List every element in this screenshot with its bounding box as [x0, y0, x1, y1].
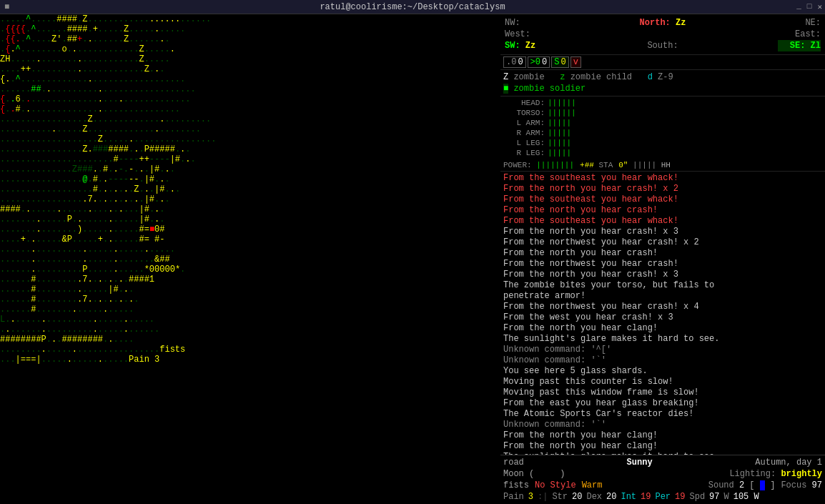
map-row-27: ......#..............|#...: [0, 285, 500, 295]
lleg-label: L LEG:: [503, 138, 545, 148]
sound-bracket-l: [: [749, 480, 754, 490]
legend-label-zombie-child: zombie child: [570, 72, 643, 82]
focus-display: Focus 97: [781, 480, 822, 491]
legend-row-1: Z zombie z zombie child d Z-9: [503, 71, 822, 83]
window-controls[interactable]: _ □ ✕: [796, 2, 822, 11]
hh-label: |||||: [633, 161, 656, 169]
window-icon: ■: [4, 2, 9, 12]
status-row-3: fists No Style Warm Sound 2 [ ■ ] Focus …: [503, 480, 822, 491]
compass-north: North: Zz: [548, 17, 778, 29]
spd-label: Spd: [689, 491, 705, 503]
log-msg-26: From the north you hear clang!: [503, 441, 822, 452]
focus-label: Focus: [781, 480, 811, 490]
map-row-30: L.............................: [0, 315, 500, 325]
map-row-29: ......#...................: [0, 305, 500, 315]
compass-nw: NW:: [505, 17, 548, 29]
ind-s-val: 0: [560, 57, 565, 67]
body-health-section: HEAD: |||||| TORSO: |||||| L ARM: ||||| …: [500, 97, 825, 159]
log-msg-15: From the north you hear clang!: [503, 323, 822, 334]
map-row-4: ZH.........................Z.....: [0, 54, 500, 64]
pain-label: Pain: [503, 491, 524, 503]
maximize-button[interactable]: □: [807, 2, 812, 11]
legend-sym-z: Z: [503, 72, 508, 82]
log-msg-17: Unknown command: '^[': [503, 345, 822, 355]
temp-val: Warm: [582, 480, 603, 491]
log-msg-22: From the east you hear glass breaking!: [503, 398, 822, 409]
rarm-label: R ARM:: [503, 128, 545, 138]
map-row-31: ...............................: [0, 325, 500, 335]
lighting-label: Lighting:: [729, 469, 781, 479]
log-msg-16: The sunlight's glare makes it hard to se…: [503, 334, 822, 345]
rleg-bars: |||||: [548, 148, 571, 158]
title-bar: ■ ratul@coolirisme:~/Desktop/cataclysm _…: [0, 0, 825, 14]
game-map[interactable]: .....^.....####.Z.......................…: [0, 14, 500, 504]
map-row-14: ......................#----++----|#...: [0, 154, 500, 164]
log-msg-6: From the north you hear crash! x 3: [503, 227, 822, 237]
legend-row-2: ■ zombie soldier: [503, 83, 822, 94]
hh-block: 0" ||||| HH: [618, 161, 671, 169]
torso-row: TORSO: ||||||: [503, 108, 822, 118]
log-msg-23: The Atomic Sports Car's reactor dies!: [503, 409, 822, 420]
sound-bracket-r: ]: [770, 480, 775, 490]
map-row-7: ......##..............................: [0, 84, 500, 94]
map-row-2: .{{..^....Z'.##+........Z........: [0, 34, 500, 44]
log-msg-21: Moving past this window frame is slow!: [503, 387, 822, 398]
message-log: From the southeast you hear whack! From …: [500, 172, 825, 455]
pain-val: 3: [528, 491, 533, 503]
map-row-1: .{{{{.^......####.+.....Z...........: [0, 24, 500, 34]
log-msg-11: The zombie bites your torso, but fails t…: [503, 280, 822, 291]
close-button[interactable]: ✕: [817, 2, 822, 11]
larm-row: L ARM: |||||: [503, 118, 822, 128]
log-msg-20: Moving past this counter is slow!: [503, 377, 822, 387]
compass-center: [548, 29, 778, 40]
map-row-32: ########P...########......: [0, 335, 500, 345]
dex-label: Dex: [586, 491, 602, 503]
log-msg-9: From the northwest you hear crash!: [503, 259, 822, 270]
compass-section: NW: North: Zz NE: West: East: SW: Zz Sou…: [500, 14, 825, 55]
status-row-2: Moon ( ) Lighting: brightly: [503, 468, 822, 480]
lighting-val: brightly: [781, 469, 822, 479]
stat-indicators: .0 0 >0 0 S 0 v: [500, 55, 825, 70]
minimize-button[interactable]: _: [796, 2, 801, 11]
compass-sw: SW: Zz: [505, 40, 548, 51]
status-row-1: road Sunny Autumn, day 1: [503, 457, 822, 468]
sta-label: STA: [598, 161, 613, 169]
int-val: 19: [641, 491, 651, 503]
map-row-28: ......#.........7..........: [0, 295, 500, 305]
str-val: 20: [572, 491, 582, 503]
legend-label-z9: Z-9: [658, 72, 673, 82]
indicator-s: S 0: [551, 56, 568, 68]
power-block: POWER: ||||||||: [503, 161, 574, 169]
ind-v-sym: v: [573, 57, 578, 67]
rleg-row: R LEG: |||||: [503, 148, 822, 158]
log-msg-8: From the north you hear crash!: [503, 248, 822, 259]
map-row-8: {..6.................................: [0, 94, 500, 104]
sep1: :|: [538, 491, 548, 503]
map-row-10: .................Z......................…: [0, 114, 500, 124]
rarm-row: R ARM: |||||: [503, 128, 822, 138]
legend-sym-z2: z: [560, 72, 565, 82]
ind-s-sym: S: [554, 57, 559, 67]
log-msg-5: From the southeast you hear whack!: [503, 216, 822, 227]
weather-val: Sunny: [627, 457, 653, 468]
log-msg-18: Unknown command: '`': [503, 355, 822, 366]
ind-arrow-val: 0: [542, 57, 547, 67]
larm-bars: |||||: [548, 118, 571, 128]
map-row-33: ...............................fists: [0, 345, 500, 355]
season-val: Autumn, day 1: [755, 457, 822, 468]
no-style-label: No Style: [535, 480, 576, 491]
head-bars: ||||||: [548, 98, 576, 108]
legend-section: Z zombie z zombie child d Z-9 ■ zombie s…: [500, 70, 825, 97]
power-label: POWER:: [503, 161, 536, 169]
ind-hp-val: 0: [518, 57, 523, 67]
larm-label: L ARM:: [503, 118, 545, 128]
sound-display: Sound 2 [ ■ ]: [708, 480, 776, 491]
map-row-22: ....+.......&P.....+.......#= #-: [0, 234, 500, 244]
weapon-val: fists: [503, 480, 529, 491]
moon-display: Moon ( ): [503, 468, 565, 480]
legend-label-soldier: zombie soldier: [513, 84, 586, 94]
main-layout: .....^.....####.Z.......................…: [0, 14, 825, 504]
per-val: 19: [675, 491, 685, 503]
lleg-row: L LEG: |||||: [503, 138, 822, 148]
int-label: Int: [621, 491, 636, 503]
